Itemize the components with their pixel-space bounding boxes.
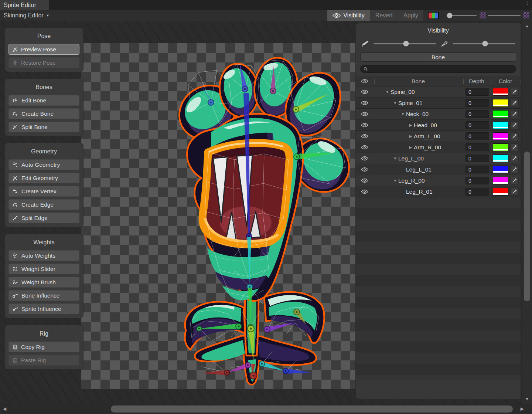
bone-opacity-handle[interactable] [403, 41, 409, 47]
bone-row[interactable]: ▼Leg_R_000 [356, 175, 521, 186]
bone-name[interactable]: Leg_R_00 [398, 177, 425, 184]
eyedropper-button[interactable] [510, 99, 519, 107]
scroll-up-icon[interactable]: ▲ [522, 24, 532, 28]
bone-name[interactable]: Neck_00 [406, 111, 429, 118]
mesh-opacity-handle[interactable] [482, 41, 488, 47]
apply-button[interactable]: Apply [398, 10, 423, 21]
bone-row[interactable]: ▼Neck_000 [356, 109, 521, 120]
bone-visibility-toggle[interactable] [356, 178, 374, 183]
bone-search[interactable] [360, 65, 516, 73]
sprite-canvas[interactable] [81, 43, 355, 389]
split-bone-button[interactable]: Split Bone [8, 122, 79, 132]
expander-icon[interactable]: ▼ [400, 112, 406, 116]
scroll-down-icon[interactable]: ▼ [522, 397, 532, 401]
bone-visibility-toggle[interactable] [356, 156, 374, 161]
depth-field[interactable]: 0 [466, 143, 489, 151]
bone-visibility-toggle[interactable] [356, 89, 374, 94]
bone-row[interactable]: ▶Arm_L_000 [356, 131, 521, 142]
depth-field[interactable]: 0 [466, 188, 489, 196]
bone-visibility-toggle[interactable] [356, 145, 374, 150]
bone-color-swatch[interactable] [493, 99, 508, 107]
bone-row[interactable]: ▶Head_000 [356, 120, 521, 131]
eyedropper-button[interactable] [510, 110, 519, 118]
create-edge-button[interactable]: Create Edge [8, 199, 79, 210]
bone-row[interactable]: ▼Spine_010 [356, 98, 521, 109]
mode-dropdown[interactable]: Skinning Editor ▼ [0, 12, 53, 19]
eyedropper-button[interactable] [510, 177, 519, 184]
kebab-menu-icon[interactable]: ⋮ [525, 1, 527, 4]
bone-color-swatch[interactable] [493, 155, 508, 162]
bone-visibility-toggle[interactable] [356, 134, 374, 139]
edit-bone-button[interactable]: Edit Bone [8, 95, 79, 106]
depth-field[interactable]: 0 [466, 166, 489, 173]
bone-visibility-toggle[interactable] [356, 101, 374, 105]
rgb-channels-button[interactable] [428, 12, 439, 19]
weight-brush-button[interactable]: Weight Brush [8, 277, 79, 288]
scroll-left-icon[interactable]: ◀ [3, 406, 6, 411]
bone-name[interactable]: Leg_R_01 [406, 189, 433, 195]
bone-name[interactable]: Leg_L_01 [406, 166, 432, 173]
bone-name[interactable]: Leg_L_00 [398, 155, 424, 162]
bone-search-input[interactable] [370, 66, 513, 72]
auto-weights-button[interactable]: Auto Weights [8, 250, 79, 261]
depth-field[interactable]: 0 [466, 88, 489, 96]
bone-row[interactable]: ▼Spine_000 [356, 86, 521, 98]
brightness-slider[interactable] [488, 15, 521, 16]
tab-bone[interactable]: Bone [360, 52, 516, 62]
depth-field[interactable]: 0 [466, 121, 489, 129]
tab-sprite-editor[interactable]: Sprite Editor [0, 0, 49, 10]
eyedropper-button[interactable] [510, 188, 519, 196]
expander-icon[interactable]: ▼ [384, 90, 391, 94]
eyedropper-button[interactable] [510, 143, 519, 151]
column-bone[interactable]: Bone [374, 78, 463, 85]
mesh-opacity-slider[interactable] [453, 43, 515, 44]
column-color[interactable]: Color [491, 78, 520, 85]
visibility-toggle-button[interactable]: Visibility [327, 10, 370, 21]
bone-color-swatch[interactable] [493, 132, 508, 140]
create-bone-button[interactable]: Create Bone [8, 108, 79, 119]
bone-row[interactable]: Leg_R_010 [356, 186, 521, 197]
bone-name[interactable]: Arm_L_00 [414, 133, 440, 140]
expander-icon[interactable]: ▶ [407, 123, 414, 127]
paste-rig-button[interactable]: Paste Rig [8, 355, 79, 366]
eyedropper-button[interactable] [510, 166, 519, 173]
expander-icon[interactable]: ▼ [392, 101, 398, 105]
preview-pose-button[interactable]: Preview Pose [8, 44, 79, 55]
bone-color-swatch[interactable] [493, 143, 508, 151]
bone-name[interactable]: Spine_01 [398, 100, 423, 106]
bone-visibility-toggle[interactable] [356, 167, 374, 172]
create-vertex-button[interactable]: Create Vertex [8, 186, 79, 197]
expander-icon[interactable]: ▶ [407, 145, 414, 149]
auto-geometry-button[interactable]: Auto Geometry [8, 159, 79, 170]
depth-field[interactable]: 0 [466, 110, 489, 118]
eyedropper-button[interactable] [510, 88, 519, 96]
horizontal-scrollbar[interactable]: ◀ ▶ [0, 404, 532, 414]
vertical-scrollbar[interactable]: ▲ ▼ [522, 21, 532, 404]
bone-name[interactable]: Arm_R_00 [414, 144, 441, 151]
depth-field[interactable]: 0 [466, 177, 489, 184]
copy-rig-button[interactable]: Copy Rig [8, 342, 79, 352]
bone-row[interactable]: Leg_L_010 [356, 164, 521, 175]
bone-color-swatch[interactable] [493, 177, 508, 184]
bone-row[interactable]: ▶Arm_R_000 [356, 142, 521, 153]
bone-visibility-toggle[interactable] [356, 112, 374, 116]
alpha-slider[interactable] [448, 15, 477, 16]
bone-opacity-slider[interactable] [374, 43, 436, 44]
bone-visibility-toggle[interactable] [356, 189, 374, 194]
bone-color-swatch[interactable] [493, 121, 508, 129]
horizontal-scrollbar-thumb[interactable] [111, 405, 513, 413]
bone-color-swatch[interactable] [493, 88, 508, 96]
bone-influence-button[interactable]: Bone Influence [8, 290, 79, 301]
expander-icon[interactable]: ▶ [407, 134, 414, 138]
sprite-influence-button[interactable]: Sprite Influence [8, 303, 79, 314]
expander-icon[interactable]: ▼ [392, 156, 398, 160]
depth-field[interactable]: 0 [466, 132, 489, 140]
edit-geometry-button[interactable]: Edit Geometry [8, 173, 79, 183]
column-depth[interactable]: Depth [463, 78, 490, 85]
bone-color-swatch[interactable] [493, 110, 508, 118]
bone-name[interactable]: Head_00 [414, 122, 437, 129]
restore-pose-button[interactable]: Restore Pose [8, 57, 79, 68]
bone-color-swatch[interactable] [493, 188, 508, 196]
split-edge-button[interactable]: Split Edge [8, 213, 79, 223]
bone-row[interactable]: ▼Leg_L_000 [356, 153, 521, 164]
